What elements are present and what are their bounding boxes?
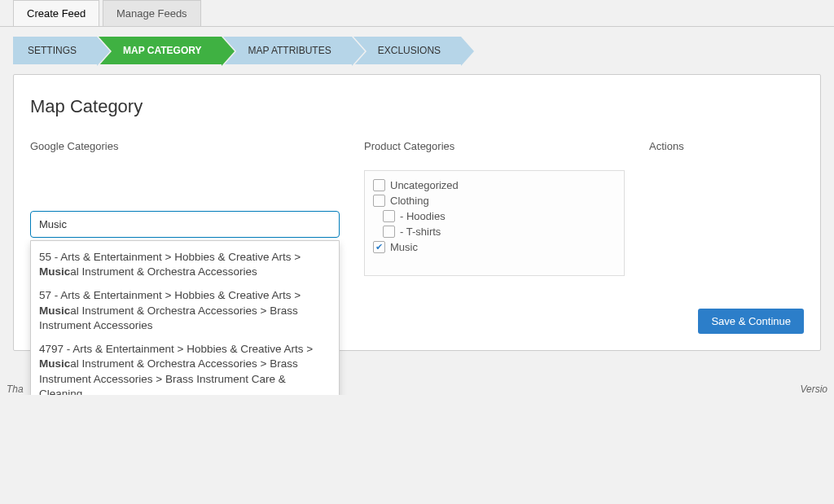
step-wizard: SETTINGS MAP CATEGORY MAP ATTRIBUTES EXC…	[0, 27, 834, 74]
tab-bar: Create Feed Manage Feeds	[0, 0, 834, 27]
card-map-category: Map Category Google Categories 55 - Arts…	[13, 74, 821, 351]
category-checkbox[interactable]	[373, 179, 385, 191]
google-category-search-input[interactable]	[30, 211, 340, 238]
category-row[interactable]: - Hoodies	[373, 208, 616, 224]
label-product-categories: Product Categories	[364, 140, 625, 152]
step-map-attributes[interactable]: MAP ATTRIBUTES	[223, 37, 351, 64]
category-row[interactable]: Clothing	[373, 193, 616, 208]
category-row[interactable]: Uncategorized	[373, 177, 616, 193]
category-row[interactable]: - T-shirts	[373, 224, 616, 239]
category-checkbox[interactable]	[383, 210, 395, 222]
label-actions: Actions	[649, 140, 804, 152]
step-map-category[interactable]: MAP CATEGORY	[99, 37, 222, 64]
product-category-listbox[interactable]: UncategorizedClothing- Hoodies- T-shirts…	[364, 170, 625, 276]
autocomplete-option[interactable]: 57 - Arts & Entertainment > Hobbies & Cr…	[39, 286, 331, 340]
page-title: Map Category	[30, 96, 804, 117]
category-label: Music	[390, 241, 418, 253]
category-row[interactable]: ✔Music	[373, 239, 616, 255]
category-label: Clothing	[390, 195, 429, 207]
step-exclusions[interactable]: EXCLUSIONS	[353, 37, 461, 64]
category-checkbox[interactable]	[383, 226, 395, 238]
autocomplete-option[interactable]: 55 - Arts & Entertainment > Hobbies & Cr…	[39, 248, 331, 286]
category-checkbox[interactable]: ✔	[373, 241, 385, 253]
tab-manage-feeds[interactable]: Manage Feeds	[103, 0, 201, 26]
category-label: - Hoodies	[400, 210, 446, 222]
category-checkbox[interactable]	[373, 195, 385, 207]
footer-right-text: Versio	[800, 383, 827, 395]
footer-left-text: Tha	[7, 383, 24, 395]
tab-create-feed[interactable]: Create Feed	[13, 0, 99, 26]
step-settings[interactable]: SETTINGS	[13, 37, 97, 64]
category-label: - T-shirts	[400, 226, 441, 238]
save-continue-button[interactable]: Save & Continue	[698, 309, 804, 334]
autocomplete-option[interactable]: 4797 - Arts & Entertainment > Hobbies & …	[39, 340, 331, 395]
autocomplete-dropdown: 55 - Arts & Entertainment > Hobbies & Cr…	[30, 240, 340, 395]
category-label: Uncategorized	[390, 179, 459, 191]
label-google-categories: Google Categories	[30, 140, 340, 152]
